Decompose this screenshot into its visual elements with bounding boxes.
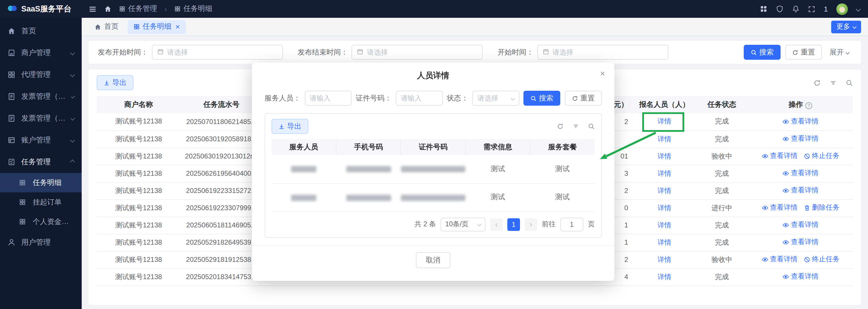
- fullscreen-icon[interactable]: [808, 5, 815, 12]
- blurred-name: [291, 166, 316, 173]
- view-detail-link[interactable]: 查看详情: [782, 272, 818, 282]
- filter-bar: 发布开始时间： 请选择 发布结束时间： 请选择 开始时间： 请选择: [89, 41, 861, 64]
- cancel-button[interactable]: 取消: [416, 252, 451, 268]
- signup-detail-link[interactable]: 详情: [657, 255, 671, 265]
- publish-end-label: 发布结束时间：: [298, 47, 348, 57]
- sidebar-item-account[interactable]: 账户管理: [0, 129, 82, 151]
- view-detail-link[interactable]: 查看详情: [761, 255, 798, 265]
- signup-detail-link[interactable]: 详情: [657, 151, 671, 161]
- terminate-task-link[interactable]: 终止任务: [803, 255, 839, 265]
- blurred-phone: [346, 166, 391, 173]
- task-serial: 20250605181146905...: [181, 216, 262, 234]
- status-select[interactable]: 请选择: [472, 91, 520, 106]
- goto-page-input[interactable]: [560, 217, 583, 231]
- modal-export-button[interactable]: 导出: [272, 119, 308, 134]
- sidebar-item-invoice-flex[interactable]: 发票管理（灵工）: [0, 107, 82, 129]
- delete-task-link[interactable]: 删除任务: [803, 203, 839, 213]
- view-detail-link[interactable]: 查看详情: [782, 238, 818, 247]
- modal-reset-button[interactable]: 重置: [565, 91, 602, 106]
- close-icon[interactable]: ×: [600, 68, 605, 78]
- modal-search-button[interactable]: 搜索: [523, 91, 560, 106]
- sidebar-item-suspended-orders[interactable]: 挂起订单: [0, 193, 82, 212]
- sidebar-item-merchant[interactable]: 商户管理: [0, 42, 82, 64]
- col-merchant-name: 商户名称: [97, 96, 181, 113]
- signup-detail-link[interactable]: 详情: [657, 203, 671, 213]
- avatar[interactable]: [836, 3, 848, 15]
- task-status: 完成: [696, 268, 748, 285]
- page-1-button[interactable]: 1: [507, 218, 520, 231]
- hamburger-menu-icon[interactable]: [89, 5, 97, 13]
- chevron-down-icon: [477, 222, 482, 226]
- help-icon[interactable]: ?: [805, 102, 812, 109]
- breadcrumb-task-detail[interactable]: 任务明细: [174, 4, 212, 14]
- apps-grid-icon[interactable]: [760, 5, 768, 13]
- signup-detail-link[interactable]: 详情: [657, 220, 671, 230]
- view-detail-link[interactable]: 查看详情: [782, 134, 818, 144]
- refresh-icon[interactable]: [813, 79, 821, 87]
- terminate-task-link[interactable]: 终止任务: [803, 151, 839, 161]
- tab-home[interactable]: 首页: [89, 20, 124, 34]
- view-detail-link[interactable]: 查看详情: [782, 116, 818, 126]
- signup-detail-link[interactable]: 详情: [657, 134, 671, 144]
- export-button[interactable]: 导出: [97, 75, 133, 90]
- reset-button[interactable]: 重置: [785, 45, 822, 60]
- shield-icon[interactable]: [776, 5, 784, 13]
- sidebar-item-task-detail[interactable]: 任务明细: [0, 173, 82, 193]
- invoice-icon: [7, 93, 16, 101]
- close-icon[interactable]: ×: [176, 23, 180, 31]
- column-settings-icon[interactable]: [830, 79, 837, 87]
- chevron-down-icon[interactable]: [856, 7, 861, 11]
- view-detail-link[interactable]: 查看详情: [782, 186, 818, 196]
- tab-task-detail[interactable]: 任务明细 ×: [128, 20, 186, 34]
- breadcrumb-separator: ›: [164, 5, 167, 13]
- phone-cell: [336, 155, 401, 183]
- signup-detail-link[interactable]: 详情: [657, 186, 671, 196]
- column-settings-icon[interactable]: [572, 123, 579, 130]
- publish-end-date-input[interactable]: 请选择: [351, 45, 483, 60]
- signup-detail-link[interactable]: 详情: [657, 272, 671, 282]
- more-button[interactable]: 更多: [831, 21, 861, 33]
- view-detail-link[interactable]: 查看详情: [782, 220, 818, 230]
- sidebar-item-personal-funds[interactable]: 个人资金流水: [0, 212, 82, 232]
- task-serial: 20250529182649539...: [181, 234, 262, 251]
- sidebar-item-user-management[interactable]: 用户管理: [0, 232, 82, 253]
- sidebar-item-invoice-balance[interactable]: 发票管理（差额普）: [0, 85, 82, 107]
- user-icon: [7, 238, 16, 246]
- col-actions: 操作?: [748, 96, 853, 113]
- start-time-date-input[interactable]: 请选择: [537, 45, 668, 60]
- signup-detail-link[interactable]: 详情: [657, 117, 671, 127]
- search-icon[interactable]: [845, 79, 853, 87]
- bell-icon[interactable]: [793, 5, 800, 13]
- signup-detail-link[interactable]: 详情: [657, 238, 671, 247]
- sidebar-item-task-management[interactable]: 任务管理: [0, 151, 82, 173]
- chevron-down-icon: [845, 50, 849, 54]
- total-count: 共 2 条: [414, 219, 436, 229]
- page-size-select[interactable]: 10条/页: [441, 217, 486, 231]
- sidebar-item-agent[interactable]: 代理管理: [0, 64, 82, 85]
- merchant-name: 测试账号12138: [97, 216, 181, 234]
- col-service-package: 服务套餐: [530, 139, 595, 155]
- signup-detail-link[interactable]: 详情: [657, 169, 671, 178]
- view-detail-link[interactable]: 查看详情: [761, 203, 798, 213]
- expand-button[interactable]: 展开: [827, 45, 852, 60]
- view-detail-link[interactable]: 查看详情: [761, 151, 798, 161]
- next-page-button[interactable]: ›: [525, 218, 537, 231]
- prev-page-button[interactable]: ‹: [490, 218, 503, 231]
- id-number-input[interactable]: 请输入: [396, 91, 443, 106]
- person-input[interactable]: 请输入: [305, 91, 352, 106]
- notice-count[interactable]: 1: [824, 5, 828, 13]
- eye-icon: [782, 222, 789, 229]
- modal-title: 人员详情: [265, 71, 602, 81]
- search-icon[interactable]: [588, 123, 595, 130]
- search-button[interactable]: 搜索: [744, 45, 781, 60]
- person-row: 测试测试: [272, 155, 595, 183]
- app-logo[interactable]: SaaS服务平台: [0, 0, 82, 18]
- merchant-name: 测试账号12138: [97, 148, 181, 165]
- refresh-icon[interactable]: [557, 123, 564, 130]
- publish-start-date-input[interactable]: 请选择: [152, 45, 283, 60]
- blurred-id-number: [401, 195, 465, 201]
- breadcrumb-task-management[interactable]: 任务管理: [119, 4, 157, 14]
- home-icon[interactable]: [104, 5, 112, 13]
- sidebar-item-home[interactable]: 首页: [0, 20, 82, 42]
- view-detail-link[interactable]: 查看详情: [782, 169, 818, 178]
